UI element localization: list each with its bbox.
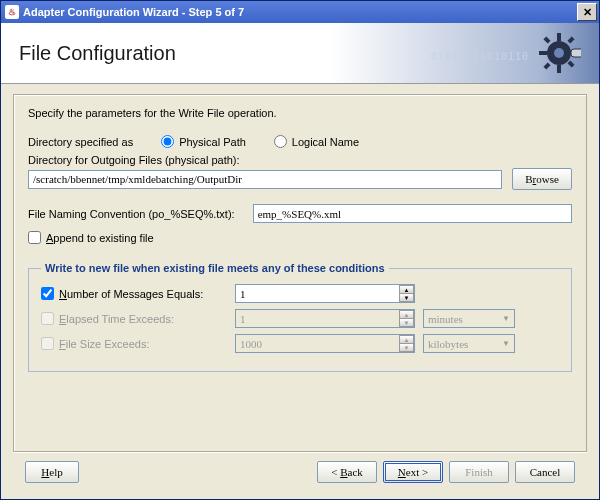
page-title: File Configuration bbox=[19, 42, 176, 65]
next-button[interactable]: Next > bbox=[383, 461, 443, 483]
wizard-header: File Configuration 01010011010110 bbox=[1, 23, 599, 84]
append-checkbox-row[interactable]: Append to existing file bbox=[28, 231, 572, 244]
msgcount-spin-buttons[interactable]: ▲▼ bbox=[399, 285, 414, 302]
close-button[interactable]: ✕ bbox=[577, 3, 597, 21]
radio-physical-path[interactable]: Physical Path bbox=[161, 135, 246, 148]
cond-msgcount-row: Number of Messages Equals: ▲▼ bbox=[41, 284, 559, 303]
content-panel: Specify the parameters for the Write Fil… bbox=[13, 94, 587, 452]
radio-physical-label: Physical Path bbox=[179, 136, 246, 148]
radio-logical-input[interactable] bbox=[274, 135, 287, 148]
radio-logical-label: Logical Name bbox=[292, 136, 359, 148]
svg-rect-7 bbox=[543, 62, 550, 69]
back-button[interactable]: < Back bbox=[317, 461, 377, 483]
wizard-window: ♨ Adapter Configuration Wizard - Step 5 … bbox=[0, 0, 600, 500]
dir-spec-label: Directory specified as bbox=[28, 136, 133, 148]
browse-mnemonic: r bbox=[533, 173, 537, 185]
elapsed-checkbox bbox=[41, 312, 54, 325]
filesize-spin-buttons: ▲▼ bbox=[399, 335, 414, 352]
radio-logical-name[interactable]: Logical Name bbox=[274, 135, 359, 148]
outgoing-dir-label: Directory for Outgoing Files (physical p… bbox=[28, 154, 572, 166]
elapsed-mnemonic: E bbox=[59, 313, 66, 325]
msgcount-label: Number of Messages Equals: bbox=[59, 288, 203, 300]
svg-rect-10 bbox=[571, 49, 581, 57]
next-mnemonic: N bbox=[398, 466, 406, 478]
append-mnemonic: A bbox=[46, 232, 53, 244]
conditions-group: Write to new file when existing file mee… bbox=[28, 262, 572, 372]
header-decoration-digits: 01010011010110 bbox=[431, 51, 529, 62]
browse-button[interactable]: Browse bbox=[512, 168, 572, 190]
msgcount-checkbox[interactable] bbox=[41, 287, 54, 300]
wizard-footer: Help < Back Next > Finish Cancel bbox=[13, 452, 587, 491]
window-title: Adapter Configuration Wizard - Step 5 of… bbox=[23, 6, 244, 18]
help-mnemonic: H bbox=[41, 466, 49, 478]
filesize-spinner bbox=[235, 334, 415, 353]
filesize-mnemonic: F bbox=[59, 338, 66, 350]
elapsed-unit-value: minutes bbox=[428, 313, 463, 325]
back-mnemonic: B bbox=[340, 466, 347, 478]
svg-rect-2 bbox=[557, 65, 561, 73]
outgoing-dir-input[interactable] bbox=[28, 170, 502, 189]
elapsed-spin-buttons: ▲▼ bbox=[399, 310, 414, 327]
filesize-label: File Size Exceeds: bbox=[59, 338, 150, 350]
intro-text: Specify the parameters for the Write Fil… bbox=[28, 107, 572, 119]
append-checkbox[interactable] bbox=[28, 231, 41, 244]
finish-button: Finish bbox=[449, 461, 509, 483]
svg-rect-5 bbox=[543, 36, 550, 43]
svg-point-9 bbox=[554, 48, 564, 58]
cond-elapsed-row: Elapsed Time Exceeds: ▲▼ minutes ▼ bbox=[41, 309, 559, 328]
filesize-unit-select: kilobytes ▼ bbox=[423, 334, 515, 353]
elapsed-spinner bbox=[235, 309, 415, 328]
elapsed-label: Elapsed Time Exceeds: bbox=[59, 313, 174, 325]
append-label: Append to existing file bbox=[46, 232, 154, 244]
naming-input[interactable] bbox=[253, 204, 572, 223]
help-button[interactable]: Help bbox=[25, 461, 79, 483]
dir-spec-row: Directory specified as Physical Path Log… bbox=[28, 135, 572, 148]
filesize-checkbox bbox=[41, 337, 54, 350]
cancel-button[interactable]: Cancel bbox=[515, 461, 575, 483]
elapsed-unit-select: minutes ▼ bbox=[423, 309, 515, 328]
title-bar: ♨ Adapter Configuration Wizard - Step 5 … bbox=[1, 1, 599, 23]
svg-rect-8 bbox=[567, 36, 574, 43]
svg-rect-1 bbox=[557, 33, 561, 41]
msgcount-spinner[interactable] bbox=[235, 284, 415, 303]
svg-rect-6 bbox=[567, 60, 574, 67]
radio-physical-input[interactable] bbox=[161, 135, 174, 148]
conditions-legend: Write to new file when existing file mee… bbox=[41, 262, 389, 274]
app-icon: ♨ bbox=[5, 5, 19, 19]
gear-icon bbox=[537, 31, 581, 75]
naming-label: File Naming Convention (po_%SEQ%.txt): bbox=[28, 208, 235, 220]
cond-filesize-row: File Size Exceeds: ▲▼ kilobytes ▼ bbox=[41, 334, 559, 353]
close-icon: ✕ bbox=[583, 6, 592, 19]
msgcount-mnemonic: N bbox=[59, 288, 67, 300]
chevron-down-icon: ▼ bbox=[502, 339, 510, 348]
chevron-down-icon: ▼ bbox=[502, 314, 510, 323]
filesize-unit-value: kilobytes bbox=[428, 338, 468, 350]
svg-rect-3 bbox=[539, 51, 547, 55]
